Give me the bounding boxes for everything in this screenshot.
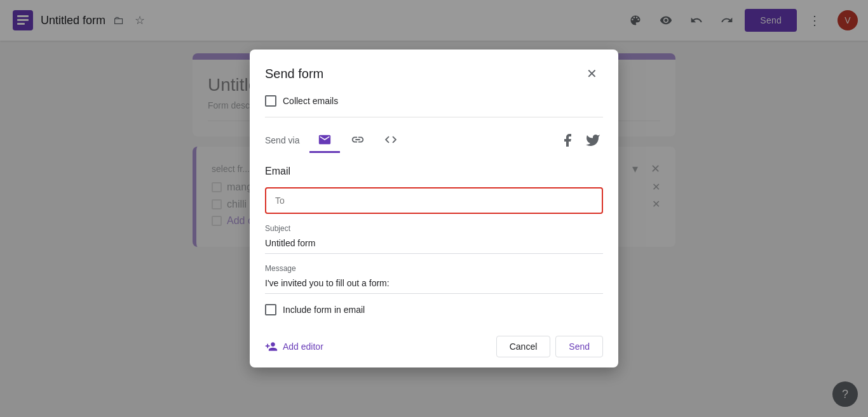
to-field-container <box>265 187 603 214</box>
modal-body: Collect emails Send via <box>250 95 618 326</box>
message-label: Message <box>265 264 603 273</box>
send-via-row: Send via <box>265 128 603 153</box>
modal-overlay: Send form ✕ Collect emails Send via <box>0 0 868 417</box>
collect-emails-row: Collect emails <box>265 95 603 107</box>
collect-emails-label: Collect emails <box>283 96 338 106</box>
email-section-label: Email <box>265 166 603 177</box>
subject-field-group: Subject <box>265 224 603 254</box>
modal-title: Send form <box>265 67 323 81</box>
tab-embed[interactable] <box>376 128 406 153</box>
facebook-button[interactable] <box>557 130 578 150</box>
to-input[interactable] <box>275 195 593 206</box>
modal-close-button[interactable]: ✕ <box>580 62 603 85</box>
add-editor-label: Add editor <box>283 341 323 352</box>
subject-input[interactable] <box>265 235 603 254</box>
message-field-group: Message <box>265 264 603 294</box>
divider1 <box>265 117 603 117</box>
include-form-label: Include form in email <box>283 305 365 315</box>
subject-label: Subject <box>265 224 603 233</box>
add-editor-button[interactable]: Add editor <box>265 340 323 353</box>
send-via-social <box>557 130 603 150</box>
tab-email[interactable] <box>309 128 340 153</box>
footer-right: Cancel Send <box>496 336 603 357</box>
modal-footer: Add editor Cancel Send <box>250 326 618 367</box>
modal-send-button[interactable]: Send <box>555 336 603 357</box>
send-form-modal: Send form ✕ Collect emails Send via <box>250 50 618 367</box>
collect-emails-checkbox[interactable] <box>265 95 276 107</box>
cancel-button[interactable]: Cancel <box>496 336 551 357</box>
send-via-tabs <box>309 128 603 153</box>
modal-header: Send form ✕ <box>250 50 618 95</box>
tab-link[interactable] <box>342 128 373 153</box>
include-form-row: Include form in email <box>265 304 603 315</box>
send-via-label: Send via <box>265 135 299 145</box>
twitter-button[interactable] <box>583 130 603 150</box>
include-form-checkbox[interactable] <box>265 304 276 315</box>
message-input[interactable] <box>265 275 603 294</box>
